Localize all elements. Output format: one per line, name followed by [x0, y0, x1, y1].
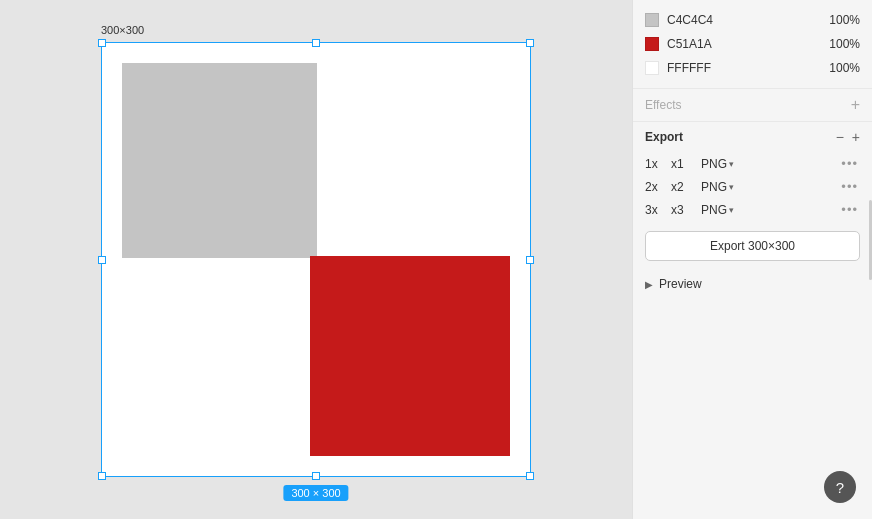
color-row-3: FFFFFF 100%	[645, 56, 860, 80]
export-format-label-3x: PNG	[701, 203, 727, 217]
chevron-right-icon: ▶	[645, 279, 653, 290]
help-button[interactable]: ?	[824, 471, 856, 503]
color-opacity-gray: 100%	[829, 13, 860, 27]
color-row-2: C51A1A 100%	[645, 32, 860, 56]
gray-rectangle	[122, 63, 317, 258]
canvas-area: 300×300 300 × 300	[0, 0, 632, 519]
preview-row[interactable]: ▶ Preview	[633, 269, 872, 299]
color-opacity-white: 100%	[829, 61, 860, 75]
export-more-button-2x[interactable]: •••	[839, 179, 860, 194]
color-name-white: FFFFFF	[667, 61, 821, 75]
color-name-red: C51A1A	[667, 37, 821, 51]
effects-section: Effects +	[633, 89, 872, 122]
color-swatch-red[interactable]	[645, 37, 659, 51]
right-panel-container: C4C4C4 100% C51A1A 100% FFFFFF 100% Effe…	[632, 0, 872, 519]
export-format-label-1x: PNG	[701, 157, 727, 171]
export-more-button-3x[interactable]: •••	[839, 202, 860, 217]
export-button[interactable]: Export 300×300	[645, 231, 860, 261]
export-scale-1x: 1x	[645, 157, 665, 171]
export-format-label-2x: PNG	[701, 180, 727, 194]
chevron-down-icon-3x: ▾	[729, 205, 734, 215]
color-row-1: C4C4C4 100%	[645, 8, 860, 32]
export-multiplier-1x: x1	[671, 157, 695, 171]
size-label-bottom: 300 × 300	[283, 485, 348, 501]
handle-top-left[interactable]	[98, 39, 106, 47]
effects-label: Effects	[645, 98, 681, 112]
export-title: Export	[645, 130, 683, 144]
export-format-2x[interactable]: PNG ▾	[701, 180, 833, 194]
export-scale-3x: 3x	[645, 203, 665, 217]
color-swatch-white[interactable]	[645, 61, 659, 75]
export-header: Export − +	[645, 130, 860, 144]
size-label-top: 300×300	[101, 24, 144, 36]
chevron-down-icon-2x: ▾	[729, 182, 734, 192]
handle-mid-left[interactable]	[98, 256, 106, 264]
export-row-1x: 1x x1 PNG ▾ •••	[645, 152, 860, 175]
export-add-button[interactable]: +	[852, 130, 860, 144]
red-rectangle	[310, 256, 510, 456]
export-format-1x[interactable]: PNG ▾	[701, 157, 833, 171]
handle-mid-right[interactable]	[526, 256, 534, 264]
effects-add-button[interactable]: +	[851, 97, 860, 113]
export-row-3x: 3x x3 PNG ▾ •••	[645, 198, 860, 221]
handle-bottom-mid[interactable]	[312, 472, 320, 480]
handle-top-right[interactable]	[526, 39, 534, 47]
handle-top-mid[interactable]	[312, 39, 320, 47]
export-section: Export − + 1x x1 PNG ▾ ••• 2x x2	[633, 122, 872, 269]
export-more-button-1x[interactable]: •••	[839, 156, 860, 171]
color-swatch-gray[interactable]	[645, 13, 659, 27]
color-opacity-red: 100%	[829, 37, 860, 51]
handle-bottom-left[interactable]	[98, 472, 106, 480]
canvas-wrapper: 300×300 300 × 300	[101, 42, 531, 477]
right-panel: C4C4C4 100% C51A1A 100% FFFFFF 100% Effe…	[632, 0, 872, 519]
export-scale-2x: 2x	[645, 180, 665, 194]
handle-bottom-right[interactable]	[526, 472, 534, 480]
selection-box	[101, 42, 531, 477]
export-controls: − +	[836, 130, 860, 144]
export-multiplier-2x: x2	[671, 180, 695, 194]
export-remove-button[interactable]: −	[836, 130, 844, 144]
color-section: C4C4C4 100% C51A1A 100% FFFFFF 100%	[633, 0, 872, 89]
chevron-down-icon-1x: ▾	[729, 159, 734, 169]
export-row-2x: 2x x2 PNG ▾ •••	[645, 175, 860, 198]
export-multiplier-3x: x3	[671, 203, 695, 217]
export-format-3x[interactable]: PNG ▾	[701, 203, 833, 217]
preview-label: Preview	[659, 277, 702, 291]
color-name-gray: C4C4C4	[667, 13, 821, 27]
